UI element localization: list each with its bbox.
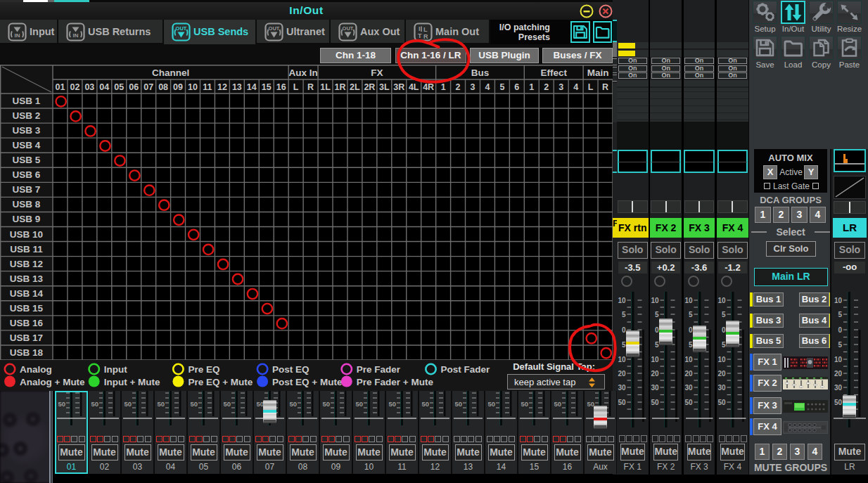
- svg-text:3: 3: [559, 82, 563, 92]
- svg-text:USB 17: USB 17: [10, 333, 43, 343]
- svg-text:USB 11: USB 11: [10, 244, 43, 255]
- svg-text:5: 5: [838, 341, 842, 349]
- svg-text:10: 10: [651, 297, 660, 304]
- svg-text:Aux In: Aux In: [288, 67, 317, 78]
- svg-text:Post EQ: Post EQ: [272, 364, 309, 375]
- svg-text:3L: 3L: [379, 82, 390, 92]
- svg-text:USB 18: USB 18: [10, 347, 44, 358]
- svg-text:20: 20: [651, 370, 660, 378]
- svg-text:5: 5: [689, 311, 693, 318]
- svg-text:L: L: [293, 82, 299, 92]
- svg-text:50: 50: [718, 399, 727, 406]
- svg-text:50: 50: [157, 400, 165, 408]
- svg-text:11: 11: [203, 82, 212, 92]
- svg-text:20: 20: [834, 370, 843, 378]
- svg-text:2L: 2L: [350, 82, 360, 92]
- svg-text:1: 1: [441, 82, 446, 92]
- svg-text:USB 13: USB 13: [10, 273, 44, 284]
- svg-text:50: 50: [322, 400, 330, 408]
- svg-text:10: 10: [618, 356, 626, 363]
- svg-text:30: 30: [834, 384, 843, 392]
- svg-text:USB 2: USB 2: [13, 110, 41, 121]
- svg-text:50: 50: [618, 399, 626, 406]
- svg-text:20: 20: [684, 370, 693, 378]
- svg-text:16: 16: [276, 82, 286, 92]
- svg-text:07: 07: [143, 82, 153, 92]
- svg-text:Post EQ + Mute: Post EQ + Mute: [272, 377, 343, 387]
- svg-text:USB 8: USB 8: [13, 199, 41, 210]
- svg-text:20: 20: [718, 370, 727, 378]
- svg-text:4R: 4R: [423, 82, 434, 92]
- svg-text:I: I: [419, 25, 421, 32]
- svg-text:50: 50: [190, 400, 198, 408]
- svg-text:2: 2: [544, 82, 549, 92]
- svg-text:4L: 4L: [409, 82, 419, 92]
- svg-text:5: 5: [499, 82, 504, 92]
- svg-text:08: 08: [158, 82, 168, 92]
- svg-text:Pre EQ: Pre EQ: [188, 364, 219, 375]
- svg-text:6: 6: [514, 82, 519, 92]
- svg-text:Analog: Analog: [20, 364, 52, 375]
- svg-text:50: 50: [421, 400, 429, 408]
- svg-text:FX: FX: [371, 67, 383, 78]
- svg-text:USB 14: USB 14: [10, 288, 44, 299]
- svg-text:50: 50: [454, 400, 462, 408]
- svg-text:30: 30: [618, 384, 626, 392]
- svg-text:R: R: [423, 33, 428, 40]
- svg-text:OUT: OUT: [176, 25, 187, 32]
- svg-text:30: 30: [718, 384, 727, 392]
- svg-text:R: R: [602, 82, 608, 92]
- svg-text:30: 30: [684, 384, 693, 392]
- svg-text:50: 50: [834, 399, 843, 406]
- svg-text:5: 5: [655, 311, 659, 318]
- svg-text:50: 50: [223, 400, 231, 408]
- svg-text:Effect: Effect: [540, 67, 567, 78]
- svg-text:14: 14: [247, 82, 257, 92]
- svg-text:R: R: [307, 82, 314, 92]
- svg-text:10: 10: [684, 297, 693, 304]
- svg-text:03: 03: [84, 82, 94, 92]
- svg-text:4: 4: [485, 82, 490, 92]
- svg-text:06: 06: [129, 82, 139, 92]
- svg-text:Bus: Bus: [471, 67, 490, 78]
- svg-text:5: 5: [722, 311, 726, 318]
- svg-text:5: 5: [838, 311, 842, 318]
- svg-text:USB 10: USB 10: [10, 229, 43, 240]
- svg-text:50: 50: [521, 400, 528, 408]
- svg-text:50: 50: [355, 400, 363, 408]
- svg-text:10: 10: [834, 297, 843, 304]
- svg-text:50: 50: [91, 400, 98, 408]
- svg-text:USB 4: USB 4: [13, 140, 41, 150]
- svg-text:0: 0: [689, 326, 693, 334]
- svg-text:50: 50: [487, 400, 495, 408]
- svg-text:09: 09: [173, 82, 183, 92]
- svg-text:01: 01: [56, 82, 65, 92]
- svg-text:10: 10: [834, 356, 843, 363]
- svg-text:10: 10: [188, 82, 198, 92]
- svg-text:USB 15: USB 15: [10, 303, 44, 314]
- svg-text:05: 05: [114, 82, 124, 92]
- svg-text:02: 02: [70, 82, 79, 92]
- svg-text:20: 20: [618, 370, 626, 378]
- svg-text:1: 1: [529, 82, 534, 92]
- svg-text:Pre EQ + Mute: Pre EQ + Mute: [188, 377, 253, 387]
- svg-text:5: 5: [689, 341, 693, 349]
- svg-text:10: 10: [684, 356, 693, 363]
- svg-text:10: 10: [718, 297, 727, 304]
- svg-text:USB 9: USB 9: [13, 214, 41, 224]
- svg-text:IN: IN: [73, 32, 79, 39]
- svg-text:5: 5: [622, 311, 626, 318]
- svg-text:USB 12: USB 12: [10, 259, 43, 269]
- svg-text:2: 2: [456, 82, 461, 92]
- svg-text:3: 3: [471, 82, 476, 92]
- svg-text:Post Fader: Post Fader: [441, 364, 491, 375]
- svg-text:13: 13: [232, 82, 242, 92]
- svg-text:OUT: OUT: [343, 25, 354, 32]
- svg-text:50: 50: [684, 399, 693, 406]
- svg-text:15: 15: [262, 82, 272, 92]
- svg-text:USB 3: USB 3: [13, 125, 41, 136]
- svg-text:50: 50: [651, 399, 660, 406]
- svg-text:1L: 1L: [320, 82, 331, 92]
- svg-text:50: 50: [388, 400, 396, 408]
- svg-text:USB 1: USB 1: [13, 96, 41, 106]
